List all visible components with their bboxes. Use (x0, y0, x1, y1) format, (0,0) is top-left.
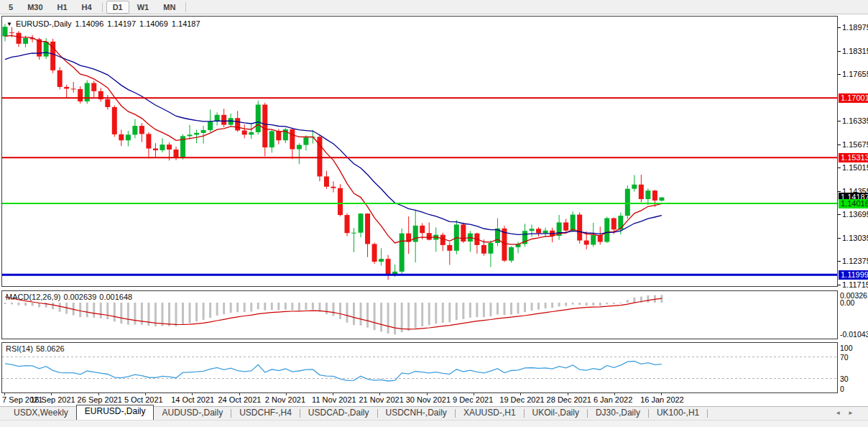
date-label: 19 Dec 2021 (499, 395, 544, 404)
chart-tab-eurusd-daily[interactable]: EURUSD-,Daily (76, 405, 154, 420)
price-chart-canvas[interactable] (2, 17, 837, 286)
horizontal-lines-layer (2, 98, 837, 275)
macd-axis-label: 0.00 (840, 298, 854, 307)
price-tick-label: 1.18975 (838, 23, 868, 32)
date-label: 2 Nov 2021 (265, 395, 305, 404)
axis-tick-mark (838, 121, 841, 121)
timeframe-toolbar: 5M30H1H4D1W1MN (0, 0, 868, 14)
price-tick-label: 1.17655 (838, 70, 868, 79)
chart-tab-usdchf-h4[interactable]: USDCHF-,H4 (231, 407, 300, 420)
date-label: 30 Nov 2021 (406, 395, 451, 404)
trading-terminal-window: { "toolbar": { "timeframes": ["5","M30",… (0, 0, 868, 427)
axis-tick-mark (838, 51, 841, 52)
chart-tab-usdx-weekly[interactable]: USDX,Weekly (6, 407, 76, 420)
timeframe-button-d1[interactable]: D1 (106, 1, 129, 14)
axis-tick-mark (838, 27, 841, 28)
date-label: 16 Jan 2022 (640, 395, 684, 404)
chart-tab-dj30-daily[interactable]: DJ30-,Daily (588, 407, 648, 420)
date-label: 6 Jan 2022 (594, 395, 632, 404)
rsi-axis-label: 30 (840, 375, 849, 383)
rsi-pane[interactable]: RSI(14)58.0626 (1, 342, 838, 393)
rsi-line (5, 362, 662, 382)
chart-tab-xauusd-h1[interactable]: XAUUSD-,H1 (456, 407, 524, 420)
price-tick-label: 1.18315 (838, 47, 868, 56)
axis-tick-mark (838, 191, 841, 192)
ma-fast-line (5, 35, 662, 244)
chart-symbol-label: EURUSD-,Daily (16, 19, 72, 28)
chart-tab-bar: USDX,WeeklyEURUSD-,DailyAUDUSD-,DailyUSD… (0, 406, 868, 420)
date-label: 24 Oct 2021 (218, 395, 262, 404)
price-tick-label: 1.15675 (838, 140, 868, 150)
date-label: 9 Dec 2021 (453, 395, 493, 404)
chart-tab-usdcad-daily[interactable]: USDCAD-,Daily (300, 407, 377, 420)
macd-axis-label: -0.010436 (840, 330, 868, 339)
date-label: 28 Dec 2021 (547, 395, 591, 404)
price-tick-label: 1.15015 (838, 163, 868, 173)
tab-scroll-left-icon[interactable]: ◄ (835, 410, 848, 416)
date-label: 16 Sep 2021 (30, 395, 75, 404)
date-label: 14 Oct 2021 (171, 395, 214, 404)
moving-averages-layer (5, 35, 662, 244)
tab-scroll-right-icon[interactable]: ► (848, 410, 861, 416)
price-badge-1.15313: 1.15313 (839, 153, 868, 162)
macd-signal-value: 0.001648 (99, 293, 132, 301)
axis-tick-mark (838, 285, 841, 285)
axis-tick-mark (838, 238, 841, 239)
ma-slow-line (5, 52, 662, 234)
rsi-label: RSI(14)58.0626 (6, 344, 68, 353)
date-label: 21 Nov 2021 (359, 395, 403, 404)
timeframe-button-w1[interactable]: W1 (131, 1, 156, 14)
candles-layer (3, 24, 665, 280)
price-tick-label: 1.12375 (838, 257, 868, 266)
date-label: 5 Oct 2021 (124, 395, 163, 404)
price-badge-1.11999: 1.11999 (839, 270, 868, 280)
symbol-dropdown-icon[interactable]: ▼ (6, 21, 12, 27)
ohlc-close: 1.14187 (172, 19, 200, 28)
timeframe-button-h4[interactable]: H4 (75, 1, 98, 14)
axis-tick-mark (838, 144, 841, 145)
ohlc-low: 1.14069 (139, 19, 168, 28)
timeframe-button-5[interactable]: 5 (2, 1, 19, 14)
toolbar-separator (185, 2, 186, 12)
chart-tab-audusd-daily[interactable]: AUDUSD-,Daily (154, 407, 231, 420)
ohlc-open: 1.14096 (75, 19, 104, 28)
price-chart-pane[interactable]: ▼EURUSD-,Daily1.140961.141971.140691.141… (1, 16, 838, 287)
ohlc-high: 1.14197 (107, 19, 136, 28)
date-axis[interactable]: 7 Sep 202116 Sep 202126 Sep 20215 Oct 20… (1, 393, 838, 405)
price-axis[interactable]: 1.189751.183151.176551.163351.156751.150… (838, 0, 868, 405)
chart-tab-ukoil-daily[interactable]: UKOil-,Daily (525, 407, 587, 420)
axis-tick-mark (838, 214, 841, 215)
timeframe-button-h1[interactable]: H1 (51, 1, 74, 14)
timeframe-button-mn[interactable]: MN (157, 1, 182, 14)
axis-tick-mark (838, 74, 841, 75)
macd-main-value: 0.002639 (63, 293, 96, 301)
chart-tab-usdcnh-daily[interactable]: USDCNH-,Daily (378, 407, 455, 420)
rsi-axis-label: 100 (840, 344, 853, 352)
macd-pane[interactable]: MACD(12,26,9)0.0026390.001648 (1, 290, 838, 339)
macd-label: MACD(12,26,9)0.0026390.001648 (6, 293, 135, 301)
rsi-canvas[interactable] (2, 343, 837, 392)
axis-tick-mark (838, 167, 841, 168)
macd-name: MACD(12,26,9) (6, 293, 60, 301)
price-tick-label: 1.13035 (838, 234, 868, 243)
rsi-value: 58.0626 (36, 344, 65, 353)
date-label: 26 Sep 2021 (78, 395, 122, 404)
rsi-axis-label: 70 (840, 353, 849, 362)
chart-header: ▼EURUSD-,Daily1.140961.141971.140691.141… (6, 19, 204, 28)
rsi-name: RSI(14) (6, 344, 33, 353)
price-badge-1.17001: 1.17001 (839, 93, 868, 103)
rsi-axis-label: 0 (840, 385, 844, 393)
price-tick-label: 1.13695 (838, 210, 868, 219)
axis-tick-mark (838, 261, 841, 262)
timeframe-button-m30[interactable]: M30 (21, 1, 49, 14)
tab-scroll-arrows: ◄► (835, 410, 861, 416)
toolbar-separator (102, 2, 103, 12)
date-label: 11 Nov 2021 (312, 395, 356, 404)
tab-separator (707, 409, 708, 418)
price-badge-1.14016: 1.14016 (839, 199, 868, 208)
chart-tab-uk100-h1[interactable]: UK100-,H1 (649, 407, 707, 420)
price-tick-label: 1.11715 (838, 280, 868, 290)
price-tick-label: 1.16335 (838, 116, 868, 126)
status-strip (0, 420, 868, 427)
